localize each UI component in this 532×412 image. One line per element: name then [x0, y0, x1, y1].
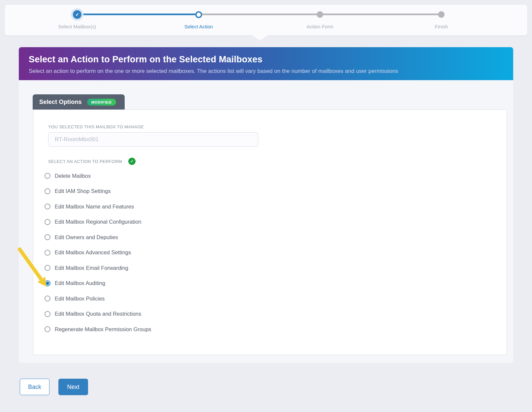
- selected-mailbox-input[interactable]: [48, 132, 258, 147]
- status-badge: MODIFIED: [87, 99, 116, 106]
- action-option-label: Edit Mailbox Quota and Restrictions: [55, 311, 141, 317]
- wizard-stepper: ✓ Select Mailbox(s) Select Action Action…: [4, 4, 528, 36]
- stepper-step: Select Action: [156, 5, 241, 36]
- radio-button[interactable]: [45, 280, 50, 286]
- stepper-step: Finish: [398, 5, 484, 36]
- select-options-form: YOU SELECTED THIS MAILBOX TO MANAGE SELE…: [33, 110, 507, 355]
- page-subtitle: Select an action to perform on the one o…: [29, 68, 398, 75]
- action-option-label: Edit Mailbox Name and Features: [55, 204, 134, 210]
- tab-select-options[interactable]: Select Options MODIFIED: [33, 94, 125, 110]
- valid-check-icon: ✓: [128, 158, 136, 165]
- step-dot: ✓: [73, 10, 81, 19]
- select-action-panel: Select an Action to Perform on the Selec…: [19, 47, 513, 363]
- action-option-label: Edit Mailbox Auditing: [55, 280, 105, 286]
- step-dot: [317, 11, 323, 18]
- stepper-notch: [252, 35, 268, 41]
- action-option[interactable]: Edit Mailbox Email Forwarding: [45, 260, 493, 276]
- radio-button[interactable]: [45, 188, 50, 194]
- step-halo: [314, 8, 326, 21]
- step-halo: [192, 8, 205, 21]
- radio-button[interactable]: [45, 326, 50, 332]
- action-option[interactable]: Delete Mailbox: [45, 168, 493, 184]
- step-halo: [435, 8, 448, 21]
- step-dot: [438, 11, 445, 18]
- action-option[interactable]: Edit Mailbox Advanced Settings: [45, 245, 493, 261]
- panel-header: Select an Action to Perform on the Selec…: [19, 47, 513, 80]
- action-option-label: Delete Mailbox: [55, 173, 91, 179]
- radio-button[interactable]: [45, 219, 50, 225]
- action-option-label: Edit Mailbox Advanced Settings: [55, 249, 131, 256]
- radio-button[interactable]: [45, 173, 50, 179]
- step-label: Select Mailbox(s): [34, 24, 120, 29]
- page-title: Select an Action to Perform on the Selec…: [29, 54, 263, 65]
- radio-button[interactable]: [45, 250, 50, 256]
- step-label: Action Form: [277, 24, 363, 29]
- radio-button[interactable]: [45, 265, 50, 271]
- action-option-label: Edit Mailbox Email Forwarding: [55, 265, 128, 271]
- stepper-step: Action Form: [277, 5, 363, 36]
- step-label: Finish: [398, 24, 484, 29]
- action-option-label: Edit Mailbox Policies: [55, 296, 105, 302]
- action-option[interactable]: Regenerate Mailbox Permission Groups: [45, 322, 493, 337]
- action-field-label-row: SELECT AN ACTION TO PERFORM ✓: [48, 158, 136, 165]
- radio-button[interactable]: [45, 234, 50, 240]
- stepper-step: ✓ Select Mailbox(s): [34, 5, 120, 36]
- action-option[interactable]: Edit Mailbox Regional Configuration: [45, 214, 493, 230]
- action-field-label: SELECT AN ACTION TO PERFORM: [48, 159, 122, 164]
- mailbox-field-label: YOU SELECTED THIS MAILBOX TO MANAGE: [48, 124, 144, 129]
- action-options-list: Delete Mailbox Edit IAM Shop Settings Ed…: [45, 168, 493, 337]
- next-button[interactable]: Next: [58, 379, 88, 395]
- action-option[interactable]: Edit IAM Shop Settings: [45, 184, 493, 199]
- action-option[interactable]: Edit Mailbox Quota and Restrictions: [45, 306, 493, 322]
- action-option[interactable]: Edit Mailbox Name and Features: [45, 199, 493, 214]
- action-option-label: Edit IAM Shop Settings: [55, 188, 111, 194]
- tab-label: Select Options: [39, 99, 82, 106]
- action-option[interactable]: Edit Owners and Deputies: [45, 230, 493, 245]
- back-button[interactable]: Back: [20, 379, 49, 395]
- step-label: Select Action: [156, 24, 241, 29]
- action-option-label: Edit Mailbox Regional Configuration: [55, 219, 141, 225]
- action-option-label: Regenerate Mailbox Permission Groups: [55, 326, 151, 333]
- step-dot: [195, 11, 202, 18]
- radio-button[interactable]: [45, 311, 50, 317]
- action-option-label: Edit Owners and Deputies: [55, 234, 118, 240]
- action-option[interactable]: Edit Mailbox Policies: [45, 291, 493, 306]
- step-halo: ✓: [71, 8, 83, 21]
- radio-button[interactable]: [45, 296, 50, 301]
- step-check-icon: ✓: [75, 12, 79, 17]
- radio-button[interactable]: [45, 204, 50, 209]
- action-option[interactable]: Edit Mailbox Auditing: [45, 276, 493, 291]
